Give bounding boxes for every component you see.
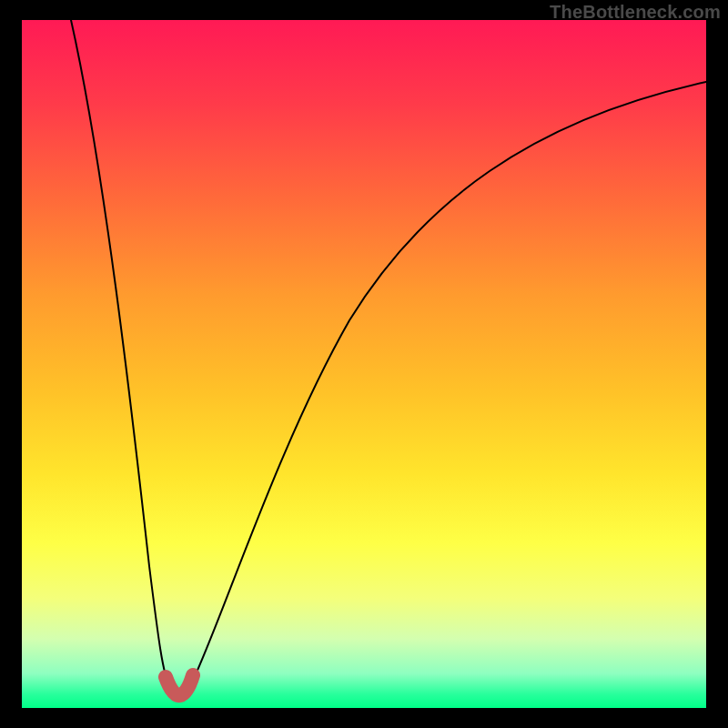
- chart-frame: [22, 20, 706, 708]
- bottleneck-chart-svg: [22, 20, 706, 708]
- optimal-range-marker: [166, 675, 193, 695]
- watermark-text: TheBottleneck.com: [550, 2, 721, 23]
- bottleneck-curve: [71, 20, 706, 695]
